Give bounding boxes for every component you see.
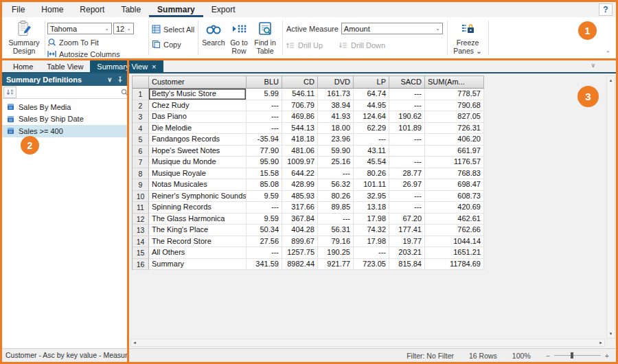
value-cell[interactable]: 85.08 [247, 179, 282, 191]
value-cell[interactable]: 23.96 [318, 134, 354, 146]
definition-item-sales-by-ship-date[interactable]: Sales By Ship Date [2, 113, 127, 126]
value-cell[interactable]: 9.59 [247, 191, 282, 203]
value-cell[interactable]: 1044.14 [425, 236, 484, 248]
value-cell[interactable]: 17.98 [354, 214, 389, 225]
value-cell[interactable]: 38.94 [318, 100, 354, 112]
value-cell[interactable]: 62.29 [354, 123, 389, 135]
value-cell[interactable]: 59.90 [318, 146, 354, 157]
row-number[interactable]: 16 [133, 259, 149, 271]
customer-cell[interactable]: Hope's Sweet Notes [149, 146, 247, 157]
value-cell[interactable]: 190.62 [389, 111, 425, 123]
value-cell[interactable]: 827.05 [425, 111, 484, 123]
customer-cell[interactable]: Musique du Monde [149, 157, 247, 168]
customer-cell[interactable]: Chez Rudy [149, 100, 247, 112]
help-button[interactable]: ? [599, 3, 613, 16]
value-cell[interactable]: --- [318, 168, 354, 180]
horizontal-scrollbar[interactable]: ◄ ► [130, 339, 605, 347]
value-cell[interactable]: 1176.57 [425, 157, 484, 168]
summary-design-button[interactable]: Summary Design [5, 19, 43, 57]
value-cell[interactable]: 778.57 [425, 89, 484, 100]
value-cell[interactable]: 26.97 [389, 179, 425, 191]
scroll-down-icon[interactable]: ▼ [607, 332, 615, 336]
row-number[interactable]: 2 [133, 100, 149, 112]
row-number[interactable]: 12 [133, 214, 149, 225]
panel-chevron-icon[interactable]: ∨ [107, 76, 112, 83]
menu-item-file[interactable]: File [3, 2, 33, 17]
value-cell[interactable]: --- [354, 134, 389, 146]
sort-button[interactable] [3, 87, 16, 98]
value-cell[interactable]: 1257.75 [282, 247, 318, 259]
value-cell[interactable]: 45.54 [354, 157, 389, 168]
value-cell[interactable]: --- [389, 202, 425, 214]
value-cell[interactable]: 161.73 [318, 89, 354, 100]
vertical-scrollbar[interactable]: ▲ ▼ [606, 76, 615, 339]
value-cell[interactable]: --- [389, 191, 425, 203]
column-header-cd[interactable]: CD [282, 76, 318, 89]
value-cell[interactable]: 546.11 [282, 89, 318, 100]
row-number[interactable]: 1 [133, 89, 149, 100]
value-cell[interactable]: 428.99 [282, 179, 318, 191]
value-cell[interactable]: 80.26 [354, 168, 389, 180]
value-cell[interactable]: --- [247, 123, 282, 135]
value-cell[interactable]: 790.68 [425, 100, 484, 112]
column-header-customer[interactable]: Customer [149, 76, 247, 89]
value-cell[interactable]: 406.20 [425, 134, 484, 146]
value-cell[interactable]: 481.06 [282, 146, 318, 157]
value-cell[interactable]: --- [247, 111, 282, 123]
value-cell[interactable]: 726.31 [425, 123, 484, 135]
column-header-sum-am[interactable]: SUM(Am... [425, 76, 484, 89]
search-button[interactable]: Search [201, 19, 227, 57]
copy-button[interactable]: Copy [152, 39, 196, 49]
zoom-to-fit-button[interactable]: Zoom To Fit [47, 37, 146, 47]
value-cell[interactable]: --- [389, 100, 425, 112]
definition-item-sales-by-media[interactable]: Sales By Media [2, 101, 127, 113]
view-tab-home[interactable]: Home [6, 60, 40, 72]
value-cell[interactable]: --- [247, 100, 282, 112]
value-cell[interactable]: 77.90 [247, 146, 282, 157]
goto-row-button[interactable]: Go to Row [227, 19, 251, 57]
zoom-slider[interactable]: − + [546, 352, 609, 360]
value-cell[interactable]: 190.25 [318, 247, 354, 259]
value-cell[interactable]: 19.77 [389, 236, 425, 248]
value-cell[interactable]: 8982.44 [282, 259, 318, 271]
ribbon-collapse-button[interactable]: ⌃ [605, 50, 610, 57]
value-cell[interactable]: 41.93 [318, 111, 354, 123]
font-family-combobox[interactable]: Tahoma ⌄ [47, 23, 112, 34]
value-cell[interactable]: 9.59 [247, 214, 282, 225]
value-cell[interactable]: 203.21 [389, 247, 425, 259]
menu-item-table[interactable]: Table [113, 2, 149, 17]
value-cell[interactable]: --- [247, 247, 282, 259]
value-cell[interactable]: 644.22 [282, 168, 318, 180]
customer-cell[interactable]: Spinning Records [149, 202, 247, 214]
value-cell[interactable]: 79.16 [318, 236, 354, 248]
zoom-slider-track[interactable] [554, 355, 601, 356]
freeze-panes-button[interactable]: Freeze Panes ⌄ [450, 19, 485, 57]
value-cell[interactable]: 177.41 [389, 225, 425, 236]
value-cell[interactable]: 1651.21 [425, 247, 484, 259]
value-cell[interactable]: 661.97 [425, 146, 484, 157]
menu-item-home[interactable]: Home [33, 2, 71, 17]
drill-up-button[interactable]: Drill Up [298, 41, 323, 49]
value-cell[interactable]: --- [389, 157, 425, 168]
value-cell[interactable]: 64.74 [354, 89, 389, 100]
value-cell[interactable]: --- [354, 247, 389, 259]
row-number[interactable]: 3 [133, 111, 149, 123]
value-cell[interactable]: 101.89 [389, 123, 425, 135]
column-header-dvd[interactable]: DVD [318, 76, 354, 89]
value-cell[interactable]: 1009.97 [282, 157, 318, 168]
column-header-lp[interactable]: LP [354, 76, 389, 89]
value-cell[interactable]: 27.56 [247, 236, 282, 248]
value-cell[interactable]: 89.85 [318, 202, 354, 214]
scroll-up-icon[interactable]: ▲ [607, 78, 615, 82]
zoom-out-icon[interactable]: − [546, 352, 550, 360]
value-cell[interactable]: 404.28 [282, 225, 318, 236]
value-cell[interactable]: 462.61 [425, 214, 484, 225]
font-size-combobox[interactable]: 12 ⌄ [113, 23, 134, 34]
active-measure-combobox[interactable]: Amount ⌄ [341, 23, 443, 34]
zoom-slider-handle[interactable] [571, 352, 573, 359]
column-header-sacd[interactable]: SACD [389, 76, 425, 89]
value-cell[interactable]: 420.69 [425, 202, 484, 214]
value-cell[interactable]: --- [247, 202, 282, 214]
scroll-left-icon[interactable]: ◄ [133, 341, 137, 345]
customer-cell[interactable]: Reiner's Symphonic Sounds [149, 191, 247, 203]
